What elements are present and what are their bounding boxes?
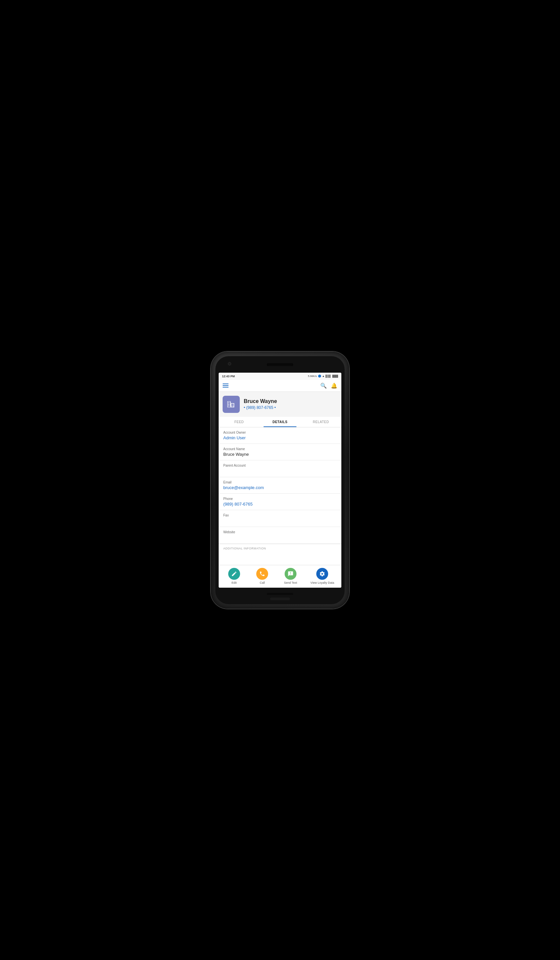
field-label-phone: Phone xyxy=(223,497,337,501)
tab-related[interactable]: RELATED xyxy=(301,417,341,427)
speaker-top xyxy=(267,363,293,366)
status-time: 12:43 PM xyxy=(222,374,235,378)
edit-label: Edit xyxy=(232,581,237,584)
field-value-email[interactable]: bruce@example.com xyxy=(223,485,337,490)
phone-body: 12:43 PM 5.98K/s 🔵 ▲ ▌▌▌ ▓▓▓ 🔍 xyxy=(215,356,345,604)
field-value-website xyxy=(223,535,337,540)
tab-details[interactable]: DETAILS xyxy=(259,417,301,427)
sms-icon-circle xyxy=(285,568,296,580)
hamburger-line-3 xyxy=(222,387,229,387)
network-speed: 5.98K/s xyxy=(308,374,317,378)
profile-phone-number[interactable]: (989) 807-6765 xyxy=(246,405,274,410)
camera xyxy=(228,362,231,365)
nav-right-icons: 🔍 🔔 xyxy=(320,382,338,389)
phone-dot-right: • xyxy=(274,405,276,410)
view-loyalty-data-button[interactable]: View Loyalty Data xyxy=(310,568,334,584)
field-label-parent-account: Parent Account xyxy=(223,464,337,467)
action-bar: Edit Call Send T xyxy=(219,565,341,588)
status-bar: 12:43 PM 5.98K/s 🔵 ▲ ▌▌▌ ▓▓▓ xyxy=(219,373,341,380)
building-icon xyxy=(227,400,236,409)
profile-name: Bruce Wayne xyxy=(244,398,338,404)
field-value-account-owner[interactable]: Admin User xyxy=(223,435,337,440)
profile-header: Bruce Wayne • (989) 807-6765 • xyxy=(219,392,341,417)
field-label-fax: Fax xyxy=(223,514,337,517)
avatar xyxy=(222,396,240,413)
field-label-account-name: Account Name xyxy=(223,447,337,451)
send-text-label: Send Text xyxy=(284,581,297,584)
bluetooth-icon: 🔵 xyxy=(318,374,321,378)
field-value-fax xyxy=(223,518,337,523)
wifi-icon: ▲ xyxy=(322,374,325,378)
hamburger-menu-button[interactable] xyxy=(222,384,229,387)
call-icon-circle xyxy=(256,568,268,580)
status-icons: 5.98K/s 🔵 ▲ ▌▌▌ ▓▓▓ xyxy=(308,374,338,378)
search-icon[interactable]: 🔍 xyxy=(320,382,327,389)
signal-icon: ▌▌▌ xyxy=(325,374,331,378)
phone-device: 12:43 PM 5.98K/s 🔵 ▲ ▌▌▌ ▓▓▓ 🔍 xyxy=(211,352,349,609)
hamburger-line-2 xyxy=(222,385,229,386)
nav-bar: 🔍 🔔 xyxy=(219,380,341,392)
field-label-account-owner: Account Owner xyxy=(223,431,337,434)
field-label-email: Email xyxy=(223,480,337,484)
field-value-parent-account xyxy=(223,468,337,474)
field-value-phone[interactable]: (989) 807-6765 xyxy=(223,502,337,507)
content-area: Account Owner Admin User Account Name Br… xyxy=(219,427,341,565)
tab-feed[interactable]: FEED xyxy=(219,417,259,427)
profile-phone: • (989) 807-6765 • xyxy=(244,405,338,410)
tabs: FEED DETAILS RELATED xyxy=(219,417,341,427)
additional-info-header: ADDITIONAL INFORMATION xyxy=(219,544,341,551)
field-email: Email bruce@example.com xyxy=(219,477,341,494)
field-value-account-name: Bruce Wayne xyxy=(223,452,337,457)
send-text-button[interactable]: Send Text xyxy=(282,568,299,584)
sms-icon xyxy=(288,571,293,577)
profile-info: Bruce Wayne • (989) 807-6765 • xyxy=(244,398,338,410)
field-parent-account: Parent Account xyxy=(219,460,341,477)
hamburger-line-1 xyxy=(222,384,229,384)
field-label-website: Website xyxy=(223,530,337,534)
call-button[interactable]: Call xyxy=(254,568,270,584)
edit-button[interactable]: Edit xyxy=(226,568,242,584)
field-fax: Fax xyxy=(219,510,341,527)
call-icon xyxy=(259,571,265,577)
field-account-owner: Account Owner Admin User xyxy=(219,427,341,444)
battery-icon: ▓▓▓ xyxy=(333,374,338,378)
notification-icon[interactable]: 🔔 xyxy=(331,382,338,389)
screen: 12:43 PM 5.98K/s 🔵 ▲ ▌▌▌ ▓▓▓ 🔍 xyxy=(219,373,341,588)
loyalty-icon xyxy=(319,571,325,577)
edit-icon-circle xyxy=(228,568,240,580)
field-phone: Phone (989) 807-6765 xyxy=(219,494,341,510)
edit-icon xyxy=(231,571,237,577)
loyalty-icon-circle xyxy=(316,568,328,580)
call-label: Call xyxy=(260,581,265,584)
field-website: Website xyxy=(219,527,341,544)
home-indicator xyxy=(270,598,290,600)
phone-dot-left: • xyxy=(244,405,246,410)
field-account-name: Account Name Bruce Wayne xyxy=(219,444,341,460)
speaker-bottom xyxy=(267,593,293,595)
view-loyalty-data-label: View Loyalty Data xyxy=(310,581,334,584)
